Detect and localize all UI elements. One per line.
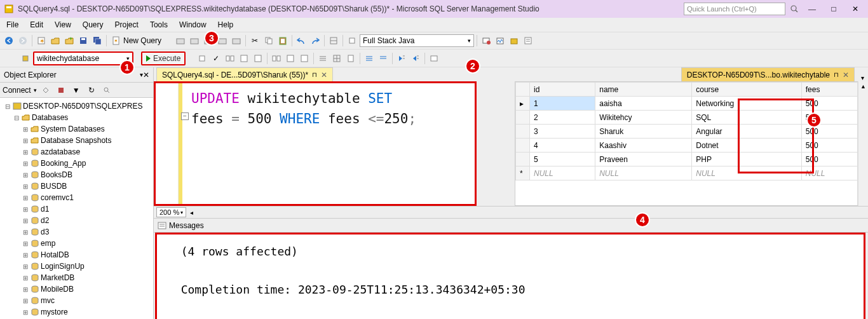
cancel-query-icon[interactable] [196, 52, 208, 65]
new-icon[interactable]: ✶ [35, 34, 48, 47]
specify-values-icon[interactable] [428, 52, 440, 65]
dmv-icon[interactable] [188, 34, 201, 47]
sql-code[interactable]: UPDATE wikitechytable SET fees = 500 WHE… [191, 88, 416, 129]
pin-icon[interactable]: ⊓ [312, 71, 317, 78]
object-explorer-tree[interactable]: ⊟DESKTOP-N65D09T\SQLEXPRES ⊟Databases ⊞S… [0, 98, 153, 319]
undo-icon[interactable] [295, 34, 308, 47]
actual-plan-icon[interactable] [270, 52, 283, 65]
editor-scrollbar[interactable]: ▲ [858, 81, 868, 206]
change-connection-icon[interactable] [19, 52, 32, 65]
expand-icon[interactable]: ⊟ [13, 114, 20, 121]
redo-icon[interactable] [309, 34, 322, 47]
database-selector[interactable]: wikitechydatabase ▾ [33, 51, 133, 65]
cell[interactable]: 3 [530, 125, 595, 139]
expand-icon[interactable]: ⊞ [22, 137, 29, 144]
refresh-icon[interactable]: ↻ [85, 84, 98, 97]
tree-db[interactable]: d1 [41, 205, 49, 214]
dmv4-icon[interactable] [230, 34, 243, 47]
xevent-icon[interactable] [174, 34, 187, 47]
tree-sysdb[interactable]: System Databases [41, 125, 105, 133]
activity-monitor-icon[interactable] [494, 34, 506, 47]
cell[interactable]: Wikitehcy [595, 111, 692, 125]
comment-icon[interactable] [363, 52, 376, 65]
cell[interactable]: Sharuk [595, 125, 692, 139]
cell[interactable]: SQL [692, 111, 802, 125]
results-to-file-icon[interactable] [344, 52, 357, 65]
tree-db[interactable]: HotalDB [41, 250, 69, 259]
project-dd-icon[interactable] [346, 34, 358, 47]
cell[interactable]: Networking [692, 97, 802, 111]
outdent-icon[interactable] [409, 52, 422, 65]
menu-project[interactable]: Project [115, 20, 139, 29]
cell-null[interactable]: NULL [692, 166, 802, 180]
minimize-button[interactable]: — [803, 2, 821, 16]
uncomment-icon[interactable] [377, 52, 390, 65]
paste-icon[interactable] [276, 34, 289, 47]
fold-icon[interactable]: − [181, 112, 189, 120]
menu-window[interactable]: Window [179, 20, 207, 29]
save-icon[interactable] [77, 34, 90, 47]
tree-db[interactable]: BUSDB [41, 182, 67, 191]
cut-icon[interactable]: ✂ [248, 34, 261, 47]
menu-query[interactable]: Query [83, 20, 104, 29]
row-selector[interactable]: ▸ [516, 97, 530, 111]
expand-icon[interactable]: ⊞ [22, 126, 29, 133]
connect-button[interactable]: Connect [3, 86, 31, 95]
client-stats-icon[interactable] [298, 52, 311, 65]
cell[interactable]: 5 [530, 153, 595, 166]
cell[interactable]: 4 [530, 139, 595, 153]
indent-icon[interactable] [395, 52, 408, 65]
col-id[interactable]: id [530, 83, 595, 97]
tab-query[interactable]: SQLQuery4.sql - DE...5D09T\Sharuk (55))*… [156, 67, 333, 81]
registered-servers-icon[interactable] [480, 34, 492, 47]
cell-null[interactable]: NULL [595, 166, 692, 180]
tree-databases[interactable]: Databases [32, 113, 68, 122]
copy-icon[interactable] [262, 34, 275, 47]
filter-icon[interactable]: ▼ [70, 84, 83, 97]
cell[interactable]: Praveen [595, 153, 692, 166]
expand-icon[interactable]: ⊟ [4, 103, 11, 110]
cell[interactable]: Kaashiv [595, 139, 692, 153]
results-grid[interactable]: id name course fees ▸1aaishaNetworking50… [515, 81, 868, 206]
tree-server[interactable]: DESKTOP-N65D09T\SQLEXPRES [23, 102, 143, 111]
tree-db[interactable]: emp [41, 239, 55, 248]
messages-tab[interactable]: Messages [154, 219, 868, 233]
tree-db[interactable]: BooksDB [41, 170, 72, 179]
tree-db[interactable]: Booking_App [41, 159, 86, 168]
quick-launch-input[interactable]: Quick Launch (Ctrl+Q) [684, 3, 785, 15]
tree-db[interactable]: d3 [41, 227, 49, 236]
cell[interactable]: Angular [692, 125, 802, 139]
results-to-grid-icon[interactable] [330, 52, 343, 65]
tree-db[interactable]: mvc [41, 296, 55, 305]
cell[interactable]: PHP [692, 153, 802, 166]
close-button[interactable]: ✕ [846, 2, 864, 16]
tree-db[interactable]: d2 [41, 216, 49, 225]
cell[interactable]: 2 [530, 111, 595, 125]
menu-tools[interactable]: Tools [150, 20, 168, 29]
menu-view[interactable]: View [55, 20, 71, 29]
cell[interactable]: 1 [530, 97, 595, 111]
intellisense-icon[interactable] [252, 52, 264, 65]
results-to-text-icon[interactable] [316, 52, 329, 65]
close-panel-icon[interactable]: ✕ [143, 71, 149, 79]
search-icon[interactable] [789, 3, 799, 15]
add-icon[interactable]: + [63, 34, 76, 47]
tree-db[interactable]: mystore [41, 308, 68, 316]
query-options-icon[interactable] [238, 52, 250, 65]
disconnect-icon[interactable] [39, 84, 52, 97]
tabs-dropdown-icon[interactable]: ▾ [857, 74, 868, 81]
diagram-icon[interactable] [327, 34, 340, 47]
new-row-icon[interactable]: * [516, 166, 530, 180]
tree-db[interactable]: MarketDB [41, 273, 74, 282]
execute-button[interactable]: Execute [141, 51, 186, 65]
restore-button[interactable]: □ [825, 2, 843, 16]
tab-grid[interactable]: DESKTOP-N65D09T\S...bo.wikitechytable ⊓ … [681, 67, 855, 81]
tree-db[interactable]: azdatabase [41, 147, 80, 156]
zoom-selector[interactable]: 200 %▾ [156, 207, 186, 217]
search-icon[interactable] [100, 84, 113, 97]
live-stats-icon[interactable] [284, 52, 297, 65]
forward-icon[interactable] [17, 34, 29, 47]
tree-db[interactable]: MobileDB [41, 285, 74, 294]
open-icon[interactable] [49, 34, 62, 47]
close-tab-icon[interactable]: ✕ [321, 71, 327, 79]
